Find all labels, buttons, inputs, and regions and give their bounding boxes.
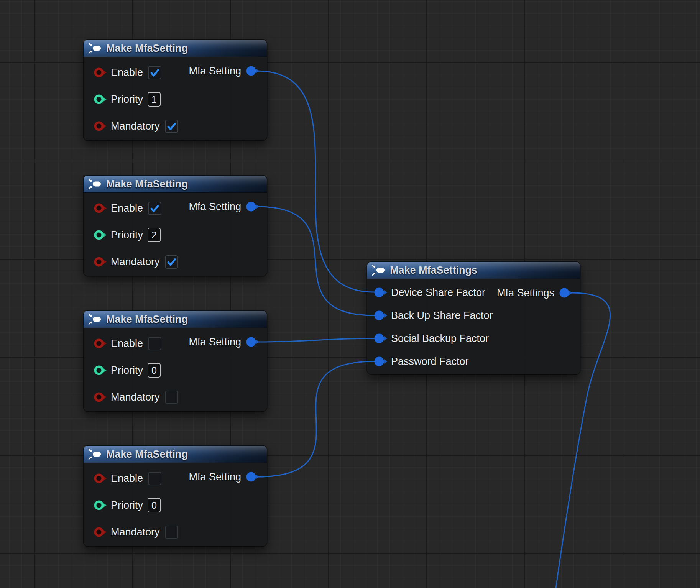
input-row: Priority0 [84,494,267,516]
checkmark-icon [166,120,177,132]
make-struct-icon [89,179,102,189]
pin-label: Mfa Setting [189,471,241,483]
input-row: Password Factor [367,351,580,372]
input-pin-bool[interactable] [93,527,107,537]
make-struct-icon [372,265,385,276]
blueprint-node-make-mfasetting[interactable]: Make MfaSettingEnablePriority0MandatoryM… [84,446,267,546]
output-row: Mfa Setting [84,466,267,488]
priority-value-input[interactable]: 0 [148,498,161,512]
blueprint-graph-canvas[interactable]: Make MfaSettingEnablePriority1MandatoryM… [0,0,700,588]
pin-label: Mfa Setting [189,65,241,77]
output-row: Mfa Setting [84,196,267,217]
priority-value-input[interactable]: 0 [148,363,161,378]
input-row: Back Up Share Factor [367,305,580,326]
pin-label: Mfa Setting [189,336,241,348]
node-header[interactable]: Make MfaSetting [84,311,267,328]
priority-value-input[interactable]: 1 [148,92,161,107]
input-pin-struct[interactable] [373,356,388,367]
input-row: Mandatory [84,386,267,408]
make-struct-icon [89,314,102,325]
output-row: Mfa Setting [84,60,267,82]
blueprint-node-make-mfasetting[interactable]: Make MfaSettingEnablePriority2MandatoryM… [84,176,267,276]
node-title: Make MfaSettings [390,264,477,276]
input-pin-int[interactable] [93,365,107,376]
pin-label: Mfa Settings [497,287,554,299]
input-row: Priority2 [84,224,267,246]
node-header[interactable]: Make MfaSetting [84,40,267,57]
make-struct-icon [89,43,102,54]
input-row: Mandatory [84,115,267,137]
input-pin-bool[interactable] [93,121,107,131]
pin-label: Priority [111,94,143,105]
mandatory-checkbox[interactable] [165,120,178,133]
node-title: Make MfaSetting [106,43,188,54]
input-pin-struct[interactable] [373,333,388,344]
input-row: Priority1 [84,89,267,110]
priority-value-input[interactable]: 2 [148,228,161,242]
input-row: Priority0 [84,360,267,381]
input-pin-bool[interactable] [93,256,107,267]
pin-label: Mandatory [111,120,160,132]
checkmark-icon [166,256,177,268]
pin-label: Password Factor [391,356,469,368]
pin-label: Mfa Setting [189,201,241,213]
output-pin-struct[interactable] [558,287,573,298]
input-row: Mandatory [84,251,267,273]
node-header[interactable]: Make MfaSetting [84,176,267,193]
mandatory-checkbox[interactable] [165,255,178,269]
input-row: Social Backup Factor [367,328,580,349]
output-row: Mfa Settings [367,282,580,304]
pin-label: Social Backup Factor [391,333,489,345]
blueprint-node-make-mfasetting[interactable]: Make MfaSettingEnablePriority1MandatoryM… [84,40,267,140]
pin-label: Priority [111,499,143,511]
blueprint-node-make-mfasettings[interactable]: Make MfaSettingsDevice Share FactorBack … [367,262,580,374]
input-pin-bool[interactable] [93,392,107,402]
input-pin-int[interactable] [93,94,107,105]
make-struct-icon [89,449,102,460]
node-title: Make MfaSetting [106,448,188,460]
mandatory-checkbox[interactable] [165,526,178,539]
node-layer: Make MfaSettingEnablePriority1MandatoryM… [0,0,700,588]
output-row: Mfa Setting [84,331,267,353]
node-header[interactable]: Make MfaSetting [84,446,267,463]
pin-label: Back Up Share Factor [391,310,493,322]
pin-label: Priority [111,365,143,376]
node-header[interactable]: Make MfaSettings [367,262,580,279]
input-pin-struct[interactable] [373,310,388,321]
pin-label: Mandatory [111,256,160,268]
node-title: Make MfaSetting [106,314,188,325]
node-title: Make MfaSetting [106,178,188,190]
input-row: Mandatory [84,521,267,543]
pin-label: Mandatory [111,391,160,403]
pin-label: Mandatory [111,526,160,538]
pin-label: Priority [111,229,143,241]
input-pin-int[interactable] [93,230,107,240]
input-pin-int[interactable] [93,500,107,511]
blueprint-node-make-mfasetting[interactable]: Make MfaSettingEnablePriority0MandatoryM… [84,311,267,411]
mandatory-checkbox[interactable] [165,391,178,404]
